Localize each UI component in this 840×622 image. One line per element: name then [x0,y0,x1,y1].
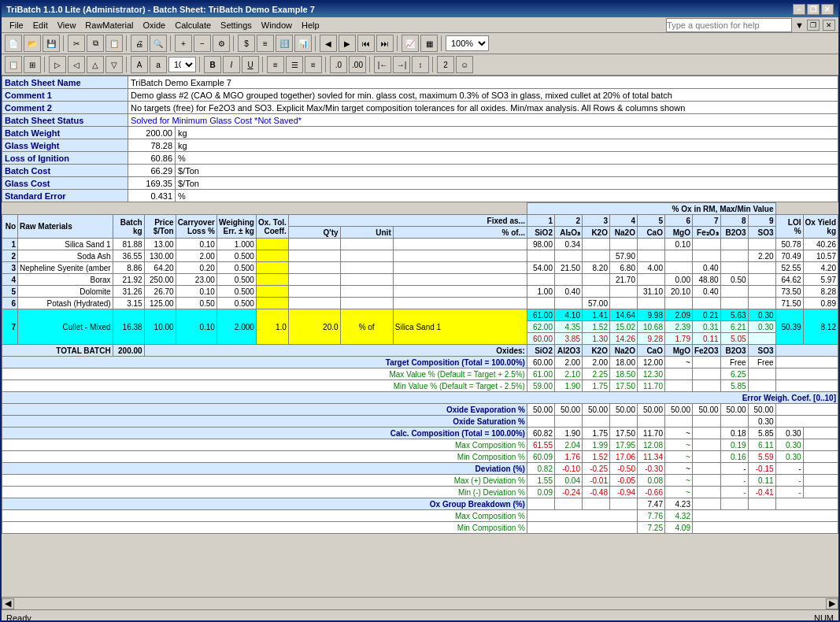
ox-sat-mgo [664,416,692,428]
menu-help[interactable]: Help [297,20,324,31]
menu-rawmaterial[interactable]: RawMaterial [80,20,138,31]
row-1-loi: 50.78 [775,239,803,250]
menu-oxide[interactable]: Oxide [139,20,171,31]
tb2-btn2[interactable]: ⊞ [24,56,41,73]
restore-button[interactable]: ❐ [807,4,820,15]
menu-window[interactable]: Window [257,20,297,31]
row-4-no: 4 [2,274,18,286]
delete-button[interactable]: − [194,35,211,52]
paste-button[interactable]: 📋 [105,35,123,52]
new-button[interactable]: 📄 [5,35,22,52]
arrow-left2-button[interactable]: ⏮ [357,35,375,52]
oxg-max-row: Max Composition % 7.76 4.32 [2,510,838,522]
row-7-pct: Silica Sand 1 [393,309,527,345]
tb2-btn5[interactable]: △ [87,56,104,73]
scroll-left-button[interactable]: ◀ [2,598,14,609]
format-btn2[interactable]: .00 [349,56,366,73]
menu-calculate[interactable]: Calculate [170,20,216,31]
calc-min-mgo: ~ [664,451,692,463]
col-carryover: CarryoverLoss % [176,215,216,239]
arrow-right2-button[interactable]: ⏭ [376,35,394,52]
row-7c-so3 [748,333,775,345]
col-btn3[interactable]: ↕ [412,56,429,73]
font-size-select[interactable]: 10 [168,57,196,72]
ox-sat-label: Oxide Saturation % [2,416,527,428]
format-btn1[interactable]: .0 [330,56,347,73]
minimize-button[interactable]: − [793,4,805,15]
target-max-b2o3: 6.25 [720,368,748,380]
copy-button[interactable]: ⧉ [87,35,104,52]
preview-button[interactable]: 🔍 [150,35,167,52]
col-btn2[interactable]: →| [393,56,410,73]
align-center-button[interactable]: ☰ [286,56,303,73]
oxg-max-cao: 7.76 [637,510,664,522]
align-right-button[interactable]: ≡ [305,56,322,73]
help-arrow-icon[interactable]: ▼ [795,20,804,30]
row-3-cao: 4.00 [637,262,664,274]
align-left-button[interactable]: ≡ [267,56,284,73]
help-restore-icon[interactable]: ❐ [807,20,820,31]
chart-button[interactable]: 📈 [401,35,419,52]
tb2-font-down-btn[interactable]: a [150,56,167,73]
add-rm-button[interactable]: + [175,35,192,52]
target-comp-label: Target Composition (Total = 100.00%) [2,357,527,368]
help-close-icon[interactable]: ✕ [823,20,835,31]
dev-end1: - [775,463,803,475]
row-6-mgo [664,298,692,309]
ox-sat-cao [637,416,664,428]
bold-button[interactable]: B [204,56,221,73]
close-button[interactable]: ✕ [821,4,834,15]
scroll-right-button[interactable]: ▶ [826,598,838,609]
glass-cost-label: Glass Cost [2,177,128,190]
special-btn[interactable]: 2 [437,56,454,73]
col-ox2-h: 2 [554,215,582,227]
arrow-left-button[interactable]: ◀ [320,35,337,52]
menu-view[interactable]: View [53,20,81,31]
row-5-pct [393,286,527,298]
cut-button[interactable]: ✂ [68,35,85,52]
calc4-button[interactable]: 📊 [294,35,312,52]
row-5-cao: 31.10 [637,286,664,298]
row-5-na2o [609,286,637,298]
menu-settings[interactable]: Settings [216,20,257,31]
tb2-font-btn[interactable]: A [131,56,148,73]
row-7c-cao: 9.28 [637,333,664,345]
save-button[interactable]: 💾 [43,35,60,52]
open-button[interactable]: 📂 [24,35,41,52]
batch-cost-row: Batch Cost 66.29 $/Ton [2,165,838,177]
tb2-btn6[interactable]: ▽ [105,56,123,73]
col-btn1[interactable]: |← [374,56,391,73]
menu-edit[interactable]: Edit [28,20,53,31]
row-7b-k2o: 1.52 [582,321,609,333]
row-4-fe2o3: 48.80 [692,274,720,286]
oxg-al2o3 [554,498,582,510]
print-button[interactable]: 🖨 [131,35,148,52]
zoom-select[interactable]: 100% 75% 150% [446,35,489,51]
tb2-btn3[interactable]: ▷ [49,56,66,73]
tb2-btn4[interactable]: ◁ [68,56,85,73]
underline-button[interactable]: U [242,56,259,73]
scroll-track[interactable] [14,598,826,609]
calc-na2o: 17.50 [609,428,637,439]
calc2-button[interactable]: ≡ [257,35,274,52]
menu-file[interactable]: File [5,20,28,31]
row-2-mgo [664,250,692,262]
row-7c-na2o: 14.26 [609,333,637,345]
tb2-btn1[interactable]: 📋 [5,56,22,73]
italic-button[interactable]: I [223,56,240,73]
row-3-price: 64.20 [144,262,176,274]
row-5-b2o3 [720,286,748,298]
filter-button[interactable]: ▦ [420,35,438,52]
arrow-right-button[interactable]: ▶ [339,35,356,52]
calc-button[interactable]: $ [238,35,255,52]
calc3-button[interactable]: 🔢 [276,35,293,52]
special-btn2[interactable]: ☺ [456,56,473,73]
help-search-input[interactable] [666,18,792,32]
tools-button[interactable]: ⚙ [213,35,230,52]
dev-b2o3: - [720,463,748,475]
row-7c-k2o: 1.30 [582,333,609,345]
calc-max-sio2: 61.55 [527,439,554,451]
ox-group-label: Ox Group Breakdown (%) [2,498,527,510]
target-min-cao: 11.70 [637,380,664,392]
h-scrollbar[interactable]: ◀ ▶ [2,597,838,609]
